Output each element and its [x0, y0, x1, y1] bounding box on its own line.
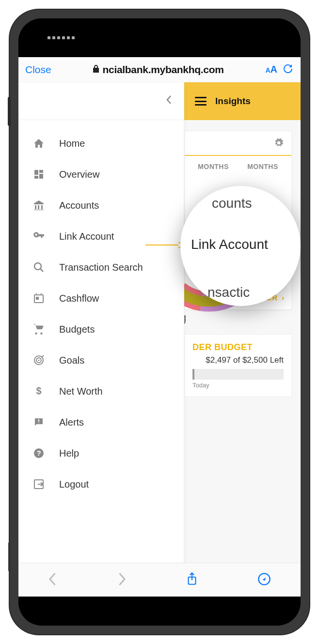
- url-text: ncialbank.mybankhq.com: [102, 64, 223, 76]
- menu-list: Home Overview Accounts Link Acco: [18, 120, 184, 507]
- budget-amount-left: $2,497 of $2,500 Left: [192, 355, 284, 365]
- share-button[interactable]: [186, 572, 198, 588]
- key-icon: [32, 230, 46, 243]
- time-tabs[interactable]: MONTHS MONTHS: [185, 159, 291, 176]
- sidebar-item-alerts[interactable]: Alerts: [18, 407, 184, 438]
- sidebar-item-help[interactable]: ? Help: [18, 438, 184, 469]
- tab-label[interactable]: MONTHS: [247, 163, 278, 170]
- home-icon: [32, 137, 46, 150]
- sidebar-item-budgets[interactable]: Budgets: [18, 314, 184, 345]
- status-bar: [18, 18, 301, 57]
- phone-frame: Close ncialbank.mybankhq.com AA Insights: [10, 10, 309, 634]
- budget-progress-fill: [192, 369, 194, 380]
- logout-icon: [32, 477, 46, 491]
- search-icon: [32, 261, 46, 274]
- phone-side-notch: [8, 542, 11, 571]
- hamburger-icon[interactable]: [195, 97, 207, 106]
- sidebar-item-label: Cashflow: [59, 293, 99, 304]
- chevron-right-icon: ›: [282, 293, 285, 302]
- compass-button[interactable]: [257, 572, 271, 588]
- sidebar-item-label: Accounts: [59, 200, 99, 211]
- sidebar-item-overview[interactable]: Overview: [18, 159, 184, 190]
- sidebar-item-accounts[interactable]: Accounts: [18, 190, 184, 221]
- svg-point-5: [38, 360, 40, 361]
- alert-icon: [32, 415, 46, 429]
- dollar-icon: $: [32, 384, 46, 398]
- magnifier-text-top: counts: [212, 196, 252, 211]
- sidebar-item-label: Net Worth: [59, 386, 103, 397]
- chevron-left-icon[interactable]: [166, 95, 172, 107]
- calendar-icon: [32, 291, 46, 305]
- text-size-button[interactable]: AA: [265, 64, 277, 75]
- tab-label[interactable]: MONTHS: [198, 163, 229, 170]
- browser-top-bar: Close ncialbank.mybankhq.com AA: [18, 57, 301, 82]
- sidebar-item-home[interactable]: Home: [18, 128, 184, 159]
- budget-title: DER BUDGET: [192, 342, 284, 353]
- phone-side-button: [8, 97, 11, 126]
- reload-button[interactable]: [282, 63, 294, 77]
- svg-point-0: [34, 263, 41, 270]
- home-indicator[interactable]: [106, 616, 213, 619]
- callout-arrow-icon: [145, 241, 184, 249]
- lock-icon: [93, 65, 99, 74]
- close-button[interactable]: Close: [25, 64, 51, 76]
- drawer-header: [18, 82, 184, 120]
- sidebar-item-label: Logout: [59, 479, 89, 490]
- screen: Close ncialbank.mybankhq.com AA Insights: [18, 57, 301, 597]
- sidebar-item-label: Overview: [59, 169, 99, 180]
- svg-rect-2: [36, 297, 39, 300]
- svg-text:$: $: [36, 385, 41, 396]
- sidebar-item-label: Transaction Search: [59, 262, 143, 273]
- dashboard-icon: [32, 168, 46, 181]
- sidebar-item-label: Budgets: [59, 324, 95, 335]
- budget-progress-bar: [192, 369, 284, 380]
- magnifier-text-main: Link Account: [191, 237, 268, 252]
- help-icon: ?: [32, 446, 46, 460]
- cart-icon: [32, 322, 46, 336]
- page-content: Insights Home: [18, 82, 301, 597]
- sidebar-item-label: Home: [59, 138, 85, 149]
- magnifier-callout: counts Link Account nsactic: [180, 186, 301, 306]
- budget-today-label: Today: [192, 382, 284, 389]
- sidebar-item-cashflow[interactable]: Cashflow: [18, 283, 184, 314]
- sidebar-item-label: Goals: [59, 355, 84, 366]
- sidebar-drawer: Home Overview Accounts Link Acco: [18, 82, 184, 597]
- address-bar[interactable]: ncialbank.mybankhq.com: [56, 64, 261, 76]
- sidebar-item-transaction-search[interactable]: Transaction Search: [18, 252, 184, 283]
- phone-inner: Close ncialbank.mybankhq.com AA Insights: [18, 18, 301, 626]
- sidebar-item-label: Alerts: [59, 417, 84, 428]
- browser-bottom-bar: [18, 563, 301, 597]
- target-icon: [32, 353, 46, 367]
- forward-button[interactable]: [117, 572, 127, 588]
- sidebar-item-label: Link Account: [59, 231, 114, 242]
- signal-dots-icon: [48, 36, 75, 39]
- insights-header: Insights: [184, 82, 301, 120]
- budget-card: DER BUDGET $2,497 of $2,500 Left Today: [184, 334, 292, 397]
- bank-icon: [32, 199, 46, 212]
- magnifier-text-bottom: nsactic: [207, 285, 250, 300]
- sidebar-item-goals[interactable]: Goals: [18, 345, 184, 376]
- page-title: Insights: [215, 96, 251, 107]
- sidebar-item-logout[interactable]: Logout: [18, 469, 184, 500]
- svg-text:?: ?: [36, 449, 41, 457]
- back-button[interactable]: [48, 572, 58, 588]
- gear-icon[interactable]: [274, 138, 284, 150]
- accent-underline: [185, 155, 291, 156]
- sidebar-item-label: Help: [59, 448, 79, 459]
- sidebar-item-networth[interactable]: $ Net Worth: [18, 376, 184, 407]
